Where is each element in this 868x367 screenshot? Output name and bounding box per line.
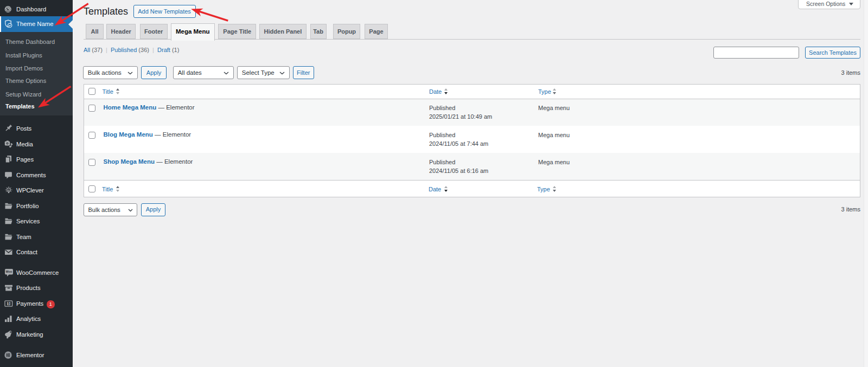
svg-text:Woo: Woo xyxy=(5,270,12,273)
svg-text:$: $ xyxy=(8,301,10,306)
